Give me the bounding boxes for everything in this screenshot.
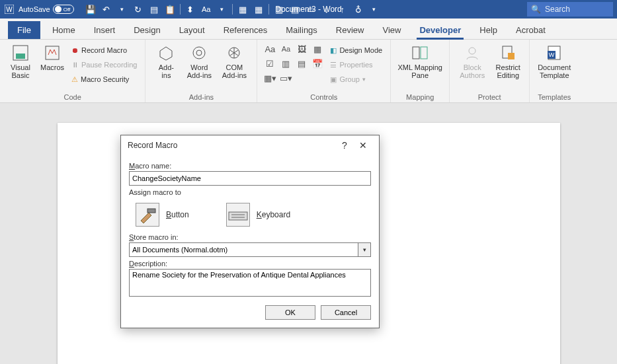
group-addins: Add- ins Word Add-ins COM Add-ins Add-in… [145,40,257,102]
word-addins-button[interactable]: Word Add-ins [184,42,214,79]
qat-customize-icon[interactable]: ▾ [367,2,382,17]
autosave-label: AutoSave [19,5,50,13]
design-mode-icon: ◧ [330,46,337,55]
document-template-label: Document Template [538,63,571,79]
com-addins-icon [225,44,243,62]
restrict-editing-button[interactable]: Restrict Editing [492,42,524,79]
autosave-state: Off [63,7,71,13]
search-input[interactable] [545,5,598,14]
clipboard-icon[interactable]: 📋 [163,2,177,17]
visual-basic-button[interactable]: Visual Basic [5,42,36,79]
word-addins-label: Word Add-ins [187,63,212,79]
block-authors-icon [463,44,481,62]
svg-rect-13 [508,53,514,59]
document-title: Document3 - Word [275,5,341,14]
record-macro-dialog: Record Macro ? ✕ Macro name: Assign macr… [120,135,380,328]
dialog-help-button[interactable]: ? [335,136,354,155]
svg-rect-3 [16,54,25,59]
macros-icon [43,44,62,62]
design-mode-label: Design Mode [339,46,382,54]
svg-rect-17 [147,209,155,213]
store-macro-label: Store macro in: [129,233,371,241]
svg-point-6 [193,47,205,59]
table-insert-icon: ▦ [235,2,250,17]
tab-file[interactable]: File [8,21,40,39]
tab-developer[interactable]: Developer [410,21,470,39]
undo-dropdown-icon[interactable]: ▾ [115,2,130,17]
qat-dropdown-icon[interactable]: ▾ [215,2,229,17]
group-controls: Aa Aa 🖼 ▦ ☑ ▥ ▤ 📅 ▦▾ ▭▾ ◧ [257,40,391,102]
tab-review[interactable]: Review [327,21,374,39]
com-addins-button[interactable]: COM Add-ins [217,42,251,79]
assign-button-option[interactable]: Button [136,203,189,227]
checkbox-control-icon[interactable]: ☑ [263,57,277,70]
datepicker-control-icon[interactable]: 📅 [310,57,325,70]
tab-design[interactable]: Design [124,21,169,39]
font-size-icon[interactable]: Aa [199,2,214,17]
undo-icon[interactable]: ↶ [99,2,114,17]
word-app-icon: W [4,4,15,15]
design-mode-button[interactable]: ◧ Design Mode [327,44,385,57]
xml-mapping-button[interactable]: XML Mapping Pane [396,42,444,79]
autosave-toggle[interactable]: Off [53,5,74,14]
plain-text-control-icon[interactable]: Aa [278,42,293,55]
ok-button[interactable]: OK [265,305,315,320]
assign-macro-label: Assign macro to [129,188,371,196]
macro-security-button[interactable]: ⚠ Macro Security [69,73,140,86]
tab-home[interactable]: Home [43,21,85,39]
record-macro-button[interactable]: ⏺ Record Macro [69,44,140,57]
assign-keyboard-option[interactable]: Keyboard [226,203,290,227]
repeating-section-icon[interactable]: ▭▾ [278,71,293,85]
document-template-button[interactable]: W Document Template [535,42,573,79]
store-macro-combo[interactable]: ▾ [129,242,371,257]
tab-view[interactable]: View [373,21,410,39]
addins-label: Add- ins [159,63,174,79]
svg-point-7 [196,50,202,55]
ribbon-tabs: File Home Insert Design Layout Reference… [0,18,617,40]
description-input[interactable] [129,269,371,297]
svg-point-11 [469,48,475,54]
macros-button[interactable]: Macros [38,42,66,71]
form-icon[interactable]: ▤ [147,2,161,17]
store-macro-value[interactable] [129,242,358,257]
dialog-titlebar: Record Macro ? ✕ [121,135,379,155]
svg-rect-18 [229,212,247,220]
macro-name-input[interactable] [129,171,371,186]
titlebar: W AutoSave Off 💾 ↶ ▾ ↻ ▤ 📋 ⬍ Aa ▾ ▦ ▦ ▥ … [0,0,617,18]
tab-layout[interactable]: Layout [170,21,214,39]
properties-label: Properties [339,61,372,69]
group-protect: Block Authors Restrict Editing Protect [450,40,530,102]
hammer-icon [136,203,159,227]
restrict-editing-icon [499,44,517,62]
redo-icon[interactable]: ↻ [131,2,145,17]
combo-dropdown-button[interactable]: ▾ [358,242,371,257]
visual-basic-label: Visual Basic [11,63,30,79]
building-block-control-icon[interactable]: ▦ [310,42,325,55]
save-icon[interactable]: 💾 [83,2,98,17]
dialog-close-button[interactable]: ✕ [354,136,372,155]
group-templates: W Document Template Templates [530,40,579,102]
group-code-label: Code [5,92,140,101]
tab-references[interactable]: References [214,21,276,39]
hierarchy-icon[interactable]: ♁ [351,2,366,17]
macro-security-label: Macro Security [81,75,129,83]
table-delete-icon: ▦ [251,2,266,17]
rich-text-control-icon[interactable]: Aa [263,42,277,55]
pause-recording-button: ⏸ Pause Recording [69,58,140,71]
tab-acrobat[interactable]: Acrobat [507,21,555,39]
tab-help[interactable]: Help [470,21,507,39]
addins-button[interactable]: Add- ins [151,42,181,79]
picture-control-icon[interactable]: 🖼 [294,42,309,55]
combobox-control-icon[interactable]: ▥ [278,57,293,70]
group-mapping: XML Mapping Pane Mapping [391,40,450,102]
svg-text:W: W [549,52,555,58]
dropdown-control-icon[interactable]: ▤ [294,57,309,70]
svg-marker-5 [160,47,172,60]
align-icon[interactable]: ⬍ [183,2,198,17]
search-bar[interactable]: 🔍 [527,2,613,17]
addins-icon [157,44,175,62]
cancel-button[interactable]: Cancel [321,305,371,320]
legacy-tools-icon[interactable]: ▦▾ [263,71,277,85]
tab-mailings[interactable]: Mailings [276,21,327,39]
tab-insert[interactable]: Insert [85,21,125,39]
